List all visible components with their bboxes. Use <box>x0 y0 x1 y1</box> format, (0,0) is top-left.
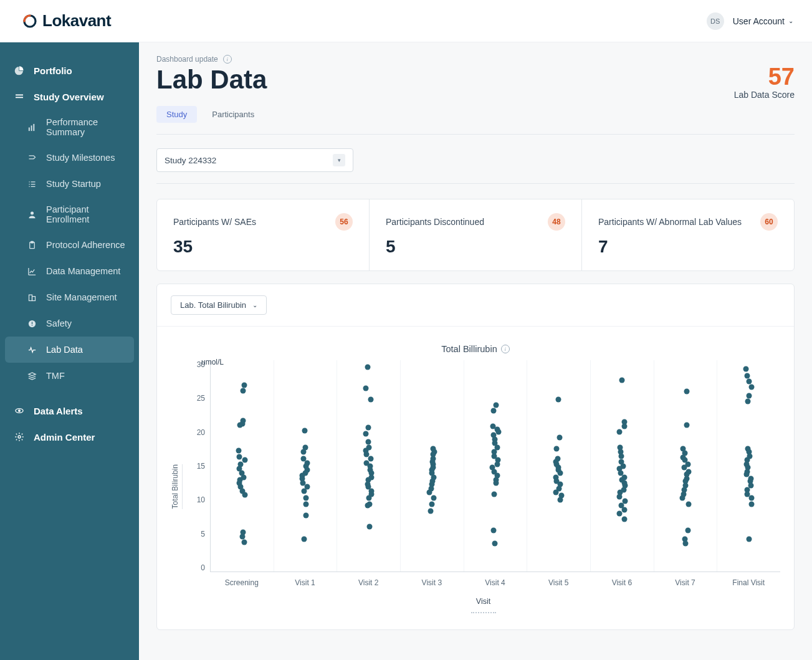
data-point <box>749 501 755 507</box>
divider <box>156 134 795 135</box>
data-point <box>616 429 622 435</box>
user-account-label: User Account <box>733 16 785 26</box>
brand-logo: Lokavant <box>22 11 111 31</box>
data-point <box>749 384 755 390</box>
data-point <box>301 489 307 494</box>
visit-column <box>337 360 401 572</box>
data-point <box>495 462 500 467</box>
visit-column <box>591 360 654 572</box>
clipboard-icon <box>26 239 37 251</box>
data-point <box>302 428 307 434</box>
sidebar-item-study-overview[interactable]: Study Overview <box>0 84 139 110</box>
data-point <box>365 365 370 370</box>
user-account-menu[interactable]: User Account ⌄ <box>733 16 793 26</box>
main-content: Dashboard update i Lab Data 57 Lab Data … <box>139 42 812 660</box>
x-ticks: ScreeningVisit 1Visit 2Visit 3Visit 4Vis… <box>210 578 780 587</box>
data-point <box>557 497 563 502</box>
data-point <box>236 447 242 453</box>
chart-card: Lab. Total Bilirubin ⌄ Total Billirubin … <box>156 284 795 630</box>
tab-study[interactable]: Study <box>156 106 197 123</box>
data-point <box>556 435 562 441</box>
svg-point-4 <box>31 211 34 214</box>
data-point <box>492 540 498 546</box>
milestone-icon <box>26 152 37 163</box>
data-point <box>367 524 373 529</box>
data-point <box>682 540 688 546</box>
data-point <box>241 539 247 545</box>
data-point <box>556 397 561 403</box>
kpi-badge: 48 <box>548 213 565 231</box>
brand-name: Lokavant <box>42 11 111 31</box>
drag-handle-icon[interactable] <box>471 612 496 613</box>
data-point <box>365 502 370 508</box>
sidebar-item-study-milestones[interactable]: Study Milestones <box>0 145 139 171</box>
bar-chart-icon <box>26 122 37 133</box>
line-chart-icon <box>26 265 37 277</box>
visit-column <box>464 360 528 572</box>
chart-title: Total Billirubin i <box>171 344 780 354</box>
layers-icon <box>14 91 25 102</box>
kpi-badge: 56 <box>335 213 353 231</box>
svg-rect-10 <box>31 322 32 324</box>
data-point <box>242 492 248 497</box>
visit-column <box>654 360 718 572</box>
svg-rect-3 <box>33 123 34 130</box>
sidebar-item-safety[interactable]: Safety <box>0 310 139 337</box>
kpi-abnormal-lab: Participants W/ Abnormal Lab Values60 7 <box>582 199 794 270</box>
data-point <box>242 382 247 388</box>
data-point <box>745 398 750 404</box>
chart-plot: umol/L 302520151050 ScreeningVisit 1Visi… <box>186 360 780 613</box>
plot-area <box>210 360 780 572</box>
divider <box>157 326 794 327</box>
sidebar-item-portfolio[interactable]: Portfolio <box>0 57 139 84</box>
sidebar-item-study-startup[interactable]: Study Startup <box>0 171 139 197</box>
data-point <box>303 495 308 501</box>
data-point <box>746 393 752 398</box>
sidebar-item-admin-center[interactable]: Admin Center <box>0 424 139 450</box>
data-point <box>617 494 623 500</box>
info-icon[interactable]: i <box>501 345 510 353</box>
heart-icon <box>26 344 37 355</box>
chevron-down-icon: ⌄ <box>252 302 257 308</box>
sidebar-item-tmf[interactable]: TMF <box>0 363 139 389</box>
data-point <box>684 388 690 394</box>
lab-metric-select[interactable]: Lab. Total Bilirubin ⌄ <box>171 295 267 315</box>
checklist-icon <box>26 178 37 189</box>
pie-icon <box>14 65 25 76</box>
sidebar-item-data-alerts[interactable]: Data Alerts <box>0 398 139 424</box>
data-point <box>236 454 242 459</box>
tab-participants[interactable]: Participants <box>202 106 264 123</box>
chevron-down-icon: ⌄ <box>788 17 793 24</box>
data-point <box>368 397 374 403</box>
breadcrumb: Dashboard update i <box>156 55 795 64</box>
sidebar-item-lab-data[interactable]: Lab Data <box>5 337 134 363</box>
sidebar-item-participant-enrollment[interactable]: Participant Enrollment <box>0 197 139 232</box>
data-point <box>616 511 622 517</box>
info-icon[interactable]: i <box>223 55 232 64</box>
data-point <box>493 480 499 485</box>
study-select[interactable]: Study 224332 ▾ <box>156 148 353 172</box>
visit-column <box>401 360 464 572</box>
data-point <box>621 424 627 429</box>
data-point <box>237 422 242 428</box>
sidebar: Portfolio Study Overview Performance Sum… <box>0 42 139 660</box>
score-value: 57 <box>734 65 795 88</box>
svg-point-14 <box>18 436 21 438</box>
avatar[interactable]: DS <box>707 12 724 30</box>
sidebar-item-performance-summary[interactable]: Performance Summary <box>0 110 139 145</box>
sidebar-item-site-management[interactable]: Site Management <box>0 284 139 310</box>
tabs: Study Participants <box>156 106 795 123</box>
gear-icon <box>14 431 25 442</box>
svg-rect-11 <box>31 325 32 325</box>
sidebar-item-data-management[interactable]: Data Management <box>0 258 139 284</box>
y-axis-label: Total Bilirubin <box>171 464 183 509</box>
data-point <box>368 456 374 462</box>
y-ticks: 302520151050 <box>186 360 210 572</box>
data-point <box>619 377 625 383</box>
data-point <box>429 501 434 507</box>
data-point <box>426 490 432 495</box>
data-point <box>495 429 501 435</box>
svg-rect-7 <box>29 295 32 300</box>
sidebar-item-protocol-adherence[interactable]: Protocol Adherence <box>0 232 139 258</box>
data-point <box>493 403 499 408</box>
